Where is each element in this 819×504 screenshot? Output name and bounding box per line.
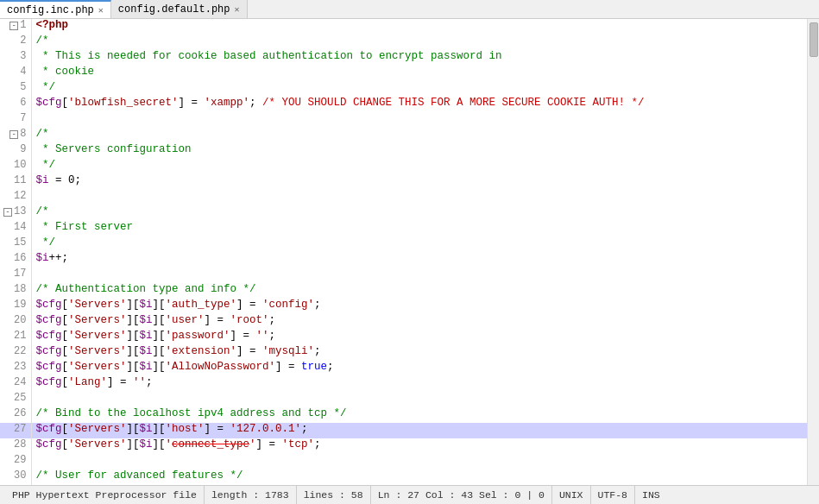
line-content[interactable] xyxy=(32,454,807,469)
status-encoding: UTF-8 xyxy=(591,486,636,504)
line-number: 23 xyxy=(0,361,32,376)
line-content[interactable]: $cfg['Servers'][$i]['host'] = '127.0.0.1… xyxy=(32,423,807,438)
tab-config-inc[interactable]: config.inc.php ✕ xyxy=(0,0,111,18)
table-row[interactable]: 11$i = 0; xyxy=(0,174,807,190)
line-content[interactable]: $cfg['Servers'][$i]['connect_type'] = 't… xyxy=(32,438,807,454)
line-content[interactable]: * This is needed for cookie based authen… xyxy=(32,50,807,66)
line-number: 10 xyxy=(0,159,32,174)
line-number: 25 xyxy=(0,392,32,407)
code-area[interactable]: -1<?php2/*3 * This is needed for cookie … xyxy=(0,19,807,485)
line-content[interactable]: * Servers configuration xyxy=(32,143,807,159)
line-number: 27 xyxy=(0,423,32,438)
line-content[interactable]: * cookie xyxy=(32,66,807,81)
table-row[interactable]: 9 * Servers configuration xyxy=(0,143,807,159)
line-number: 21 xyxy=(0,330,32,345)
table-row[interactable]: 14 * First server xyxy=(0,221,807,236)
line-content[interactable]: */ xyxy=(32,159,807,174)
table-row[interactable]: 18/* Authentication type and info */ xyxy=(0,283,807,299)
line-content[interactable] xyxy=(32,268,807,283)
table-row[interactable]: -8/* xyxy=(0,128,807,143)
line-content[interactable]: $i = 0; xyxy=(32,174,807,190)
table-row[interactable]: 29 xyxy=(0,454,807,469)
line-number: -13 xyxy=(0,205,32,221)
line-content[interactable]: $cfg['blowfish_secret'] = 'xampp'; /* YO… xyxy=(32,97,807,112)
status-ins: INS xyxy=(635,486,667,504)
table-row[interactable]: 28$cfg['Servers'][$i]['connect_type'] = … xyxy=(0,438,807,454)
line-content[interactable] xyxy=(32,190,807,205)
line-content[interactable]: $cfg['Servers'][$i]['AllowNoPassword'] =… xyxy=(32,361,807,376)
line-content[interactable]: $cfg['Servers'][$i]['extension'] = 'mysq… xyxy=(32,345,807,361)
line-number: 19 xyxy=(0,299,32,314)
line-number: 28 xyxy=(0,438,32,454)
line-content[interactable]: $i++; xyxy=(32,252,807,268)
line-content[interactable]: $cfg['Lang'] = ''; xyxy=(32,376,807,392)
table-row[interactable]: 6$cfg['blowfish_secret'] = 'xampp'; /* Y… xyxy=(0,97,807,112)
line-content[interactable]: $cfg['Servers'][$i]['user'] = 'root'; xyxy=(32,314,807,330)
table-row[interactable]: 27$cfg['Servers'][$i]['host'] = '127.0.0… xyxy=(0,423,807,438)
code-table: -1<?php2/*3 * This is needed for cookie … xyxy=(0,19,807,485)
line-number: 18 xyxy=(0,283,32,299)
table-row[interactable]: 22$cfg['Servers'][$i]['extension'] = 'my… xyxy=(0,345,807,361)
tab-config-inc-close[interactable]: ✕ xyxy=(98,5,104,16)
line-number: 6 xyxy=(0,97,32,112)
status-eol: UNIX xyxy=(552,486,591,504)
table-row[interactable]: 3 * This is needed for cookie based auth… xyxy=(0,50,807,66)
table-row[interactable]: -1<?php xyxy=(0,19,807,35)
line-number: 29 xyxy=(0,454,32,469)
table-row[interactable]: 4 * cookie xyxy=(0,66,807,81)
line-number: 5 xyxy=(0,81,32,97)
table-row[interactable]: 5 */ xyxy=(0,81,807,97)
line-number: 20 xyxy=(0,314,32,330)
line-number: -1 xyxy=(0,19,32,35)
tab-config-default[interactable]: config.default.php ✕ xyxy=(111,0,248,18)
line-number: 4 xyxy=(0,66,32,81)
table-row[interactable]: 30/* User for advanced features */ xyxy=(0,469,807,485)
table-row[interactable]: 17 xyxy=(0,268,807,283)
line-content[interactable]: /* xyxy=(32,205,807,221)
line-number: -8 xyxy=(0,128,32,143)
line-content[interactable]: /* Bind to the localhost ipv4 address an… xyxy=(32,407,807,423)
line-number: 17 xyxy=(0,268,32,283)
line-content[interactable]: $cfg['Servers'][$i]['auth_type'] = 'conf… xyxy=(32,299,807,314)
table-row[interactable]: 12 xyxy=(0,190,807,205)
collapse-icon[interactable]: - xyxy=(3,208,12,217)
title-bar: config.inc.php ✕ config.default.php ✕ xyxy=(0,0,819,19)
line-content[interactable]: * First server xyxy=(32,221,807,236)
status-filetype: PHP Hypertext Preprocessor file xyxy=(5,486,205,504)
line-number: 11 xyxy=(0,174,32,190)
line-number: 12 xyxy=(0,190,32,205)
table-row[interactable]: 26/* Bind to the localhost ipv4 address … xyxy=(0,407,807,423)
table-row[interactable]: 10 */ xyxy=(0,159,807,174)
line-content[interactable]: /* User for advanced features */ xyxy=(32,469,807,485)
table-row[interactable]: 7 xyxy=(0,112,807,128)
tab-config-default-close[interactable]: ✕ xyxy=(234,4,239,15)
table-row[interactable]: 23$cfg['Servers'][$i]['AllowNoPassword']… xyxy=(0,361,807,376)
table-row[interactable]: 2/* xyxy=(0,35,807,50)
table-row[interactable]: 21$cfg['Servers'][$i]['password'] = ''; xyxy=(0,330,807,345)
line-content[interactable]: /* xyxy=(32,35,807,50)
line-content[interactable]: */ xyxy=(32,81,807,97)
line-content[interactable]: $cfg['Servers'][$i]['password'] = ''; xyxy=(32,330,807,345)
line-number: 3 xyxy=(0,50,32,66)
line-content[interactable]: */ xyxy=(32,236,807,252)
scrollbar-thumb[interactable] xyxy=(810,22,818,57)
line-number: 14 xyxy=(0,221,32,236)
table-row[interactable]: 25 xyxy=(0,392,807,407)
line-content[interactable]: <?php xyxy=(32,19,807,35)
line-content[interactable] xyxy=(32,112,807,128)
line-content[interactable] xyxy=(32,392,807,407)
tab-config-inc-label: config.inc.php xyxy=(7,4,94,16)
collapse-icon[interactable]: - xyxy=(9,22,18,30)
editor-container: -1<?php2/*3 * This is needed for cookie … xyxy=(0,19,819,485)
table-row[interactable]: 19$cfg['Servers'][$i]['auth_type'] = 'co… xyxy=(0,299,807,314)
line-content[interactable]: /* Authentication type and info */ xyxy=(32,283,807,299)
scrollbar[interactable] xyxy=(807,19,819,485)
line-number: 30 xyxy=(0,469,32,485)
collapse-icon[interactable]: - xyxy=(9,130,18,139)
table-row[interactable]: 16$i++; xyxy=(0,252,807,268)
table-row[interactable]: 20$cfg['Servers'][$i]['user'] = 'root'; xyxy=(0,314,807,330)
line-content[interactable]: /* xyxy=(32,128,807,143)
table-row[interactable]: 15 */ xyxy=(0,236,807,252)
table-row[interactable]: -13/* xyxy=(0,205,807,221)
table-row[interactable]: 24$cfg['Lang'] = ''; xyxy=(0,376,807,392)
